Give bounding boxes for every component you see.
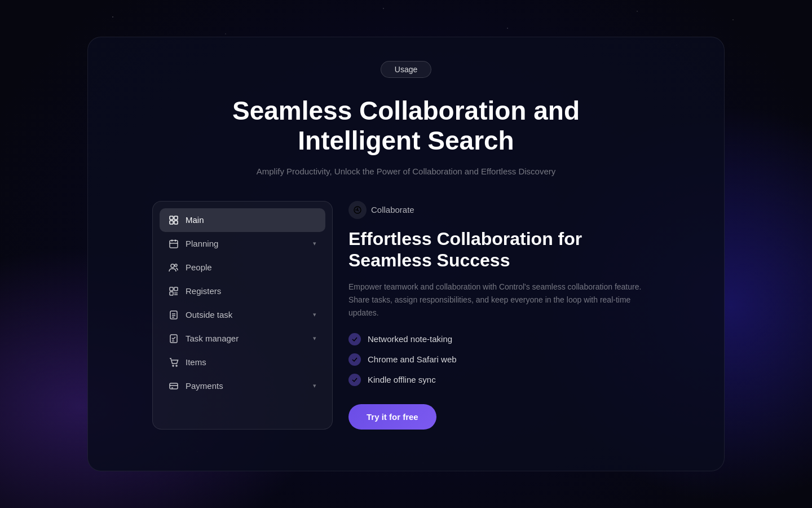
feature-item-2: Chrome and Safari web [348,353,660,366]
svg-point-9 [175,264,177,266]
calendar-icon [169,239,179,249]
feature-item-3: Kindle offline sync [348,374,660,386]
svg-rect-10 [170,287,173,291]
content-description: Empower teamwork and collaboration with … [348,281,660,319]
svg-point-22 [176,365,177,366]
sidebar-item-planning[interactable]: Planning ▾ [160,232,325,256]
sidebar-item-main-label: Main [186,215,204,225]
collaborate-icon [348,201,367,219]
task-icon [169,310,179,320]
sidebar-item-people[interactable]: People [160,256,325,279]
payments-icon [169,381,179,391]
main-card: Usage Seamless Collaboration and Intelli… [87,37,725,471]
usage-pill[interactable]: Usage [381,61,431,78]
check-icon-2 [348,353,361,366]
svg-point-21 [173,365,174,366]
sidebar-item-outside-task-label: Outside task [186,310,232,319]
sidebar-panel: Main Planning ▾ [152,201,333,430]
chevron-down-icon-2: ▾ [313,311,316,318]
chevron-down-icon-3: ▾ [313,335,316,342]
svg-rect-11 [174,287,178,291]
panels-container: Main Planning ▾ [152,201,660,430]
svg-rect-1 [174,216,178,220]
sidebar-item-task-manager-label: Task manager [186,334,239,343]
chevron-down-icon: ▾ [313,240,316,247]
sidebar-item-task-manager[interactable]: Task manager ▾ [160,327,325,351]
hero-subtitle: Amplify Productivity, Unlock the Power o… [209,165,603,178]
svg-rect-0 [170,216,173,220]
feature-item-1: Networked note-taking [348,333,660,345]
sidebar-item-planning-label: Planning [186,239,218,248]
sidebar-item-registers-label: Registers [186,286,221,296]
try-free-button[interactable]: Try it for free [348,404,436,430]
hero-title: Seamless Collaboration and Intelligent S… [209,96,603,156]
collab-tag: Collaborate [348,201,660,219]
check-icon-3 [348,374,361,386]
taskmanager-icon [169,334,179,344]
cart-icon [169,357,179,367]
sidebar-item-items[interactable]: Items [160,351,325,374]
hero-section: Seamless Collaboration and Intelligent S… [209,96,603,178]
chevron-down-icon-4: ▾ [313,382,316,389]
check-icon-1 [348,333,361,345]
grid-icon [169,215,179,225]
feature-list: Networked note-taking Chrome and Safari … [348,333,660,386]
feature-text-2: Chrome and Safari web [368,354,457,364]
svg-point-8 [171,264,174,268]
sidebar-item-payments[interactable]: Payments ▾ [160,374,325,398]
content-panel: Collaborate Effortless Collaboration for… [348,201,660,430]
sidebar-item-main[interactable]: Main [160,208,325,232]
svg-rect-23 [170,383,178,389]
sidebar-item-registers[interactable]: Registers [160,279,325,303]
svg-rect-4 [170,240,178,248]
feature-text-1: Networked note-taking [368,334,452,344]
people-icon [169,262,179,273]
collab-label: Collaborate [371,205,414,214]
sidebar-item-people-label: People [186,262,212,272]
feature-text-3: Kindle offline sync [368,375,436,384]
svg-rect-3 [174,221,178,224]
svg-rect-15 [170,311,177,319]
sidebar-item-outside-task[interactable]: Outside task ▾ [160,303,325,327]
sidebar-item-items-label: Items [186,357,206,367]
svg-rect-2 [170,221,173,224]
sidebar-item-payments-label: Payments [186,381,223,391]
registers-icon [169,286,179,296]
content-heading: Effortless Collaboration for Seamless Su… [348,228,660,271]
svg-rect-14 [170,292,173,295]
